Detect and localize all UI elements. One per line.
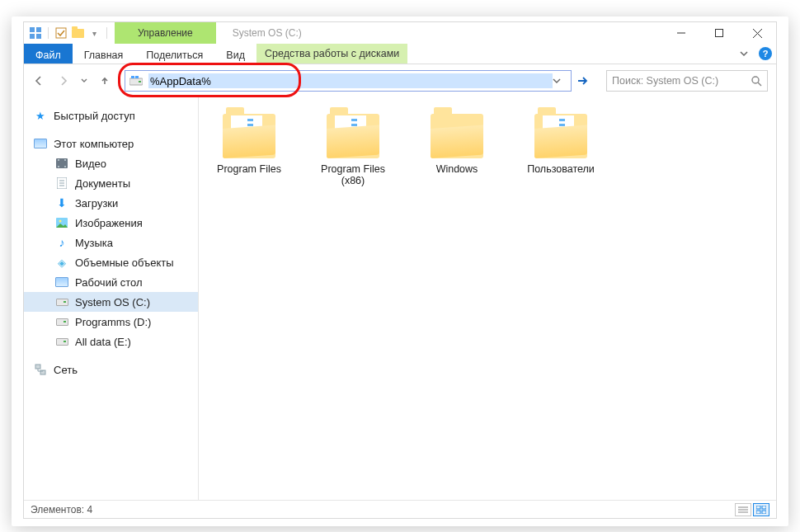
minimize-button[interactable] xyxy=(662,22,700,44)
maximize-button[interactable] xyxy=(700,22,738,44)
tab-drive-tools[interactable]: Средства работы с дисками xyxy=(256,44,407,64)
sidebar-item-music[interactable]: ♪ Музыка xyxy=(24,233,198,252)
nav-forward-button[interactable] xyxy=(54,71,73,91)
window-title: System OS (C:) xyxy=(216,22,318,44)
sidebar-item-label: Документы xyxy=(75,177,130,190)
sidebar-label: Этот компьютер xyxy=(54,138,134,150)
music-icon: ♪ xyxy=(55,236,68,249)
sidebar-this-pc[interactable]: Этот компьютер xyxy=(24,134,198,153)
folder-icon xyxy=(223,114,275,158)
folder-item[interactable]: Пользователи xyxy=(520,114,601,175)
sidebar-item-label: Загрузки xyxy=(75,197,118,210)
svg-rect-33 xyxy=(756,511,760,514)
sidebar-item-drive-e[interactable]: All data (E:) xyxy=(24,332,198,351)
search-icon[interactable] xyxy=(751,75,762,87)
sidebar-network[interactable]: Сеть xyxy=(24,360,198,379)
folder-small-icon[interactable] xyxy=(71,26,84,40)
svg-rect-18 xyxy=(64,159,66,161)
sidebar-item-label: Объемные объекты xyxy=(75,257,174,269)
view-details-button[interactable] xyxy=(735,503,751,516)
svg-line-14 xyxy=(758,82,761,86)
downloads-icon: ⬇ xyxy=(55,196,68,210)
svg-rect-17 xyxy=(58,166,59,167)
folder-icon xyxy=(534,114,587,158)
nav-up-button[interactable] xyxy=(95,71,115,91)
pictures-icon xyxy=(55,216,68,229)
folder-icon xyxy=(431,114,483,158)
go-button[interactable] xyxy=(576,75,596,87)
network-icon xyxy=(34,363,47,376)
sidebar-item-3d-objects[interactable]: ◈ Объемные объекты xyxy=(24,252,198,272)
tab-file[interactable]: Файл xyxy=(24,44,73,64)
svg-rect-10 xyxy=(139,81,141,82)
context-tab-header: Управление xyxy=(115,22,216,44)
tab-view[interactable]: Вид xyxy=(214,44,256,64)
folder-item[interactable]: Program Files xyxy=(209,114,289,175)
sidebar-item-documents[interactable]: Документы xyxy=(24,173,198,193)
drive-icon xyxy=(55,295,68,308)
folder-label: Пользователи xyxy=(520,163,601,175)
videos-icon xyxy=(55,157,68,170)
sidebar-item-label: Музыка xyxy=(75,237,113,249)
svg-rect-12 xyxy=(135,76,139,78)
qat-dropdown-icon[interactable]: ▾ xyxy=(87,26,101,40)
svg-rect-3 xyxy=(36,34,41,39)
checkbox-icon[interactable] xyxy=(54,26,68,40)
tab-share[interactable]: Поделиться xyxy=(134,44,214,64)
svg-rect-0 xyxy=(30,27,35,32)
drive-icon xyxy=(129,73,144,88)
nav-recent-dropdown[interactable] xyxy=(78,71,90,91)
documents-icon xyxy=(55,177,68,190)
sidebar-item-drive-c[interactable]: System OS (C:) xyxy=(24,292,198,312)
pc-icon xyxy=(34,137,47,150)
folder-label: Program Files (x86) xyxy=(313,163,393,186)
folder-item[interactable]: Windows xyxy=(416,114,497,175)
star-icon: ★ xyxy=(34,109,47,122)
svg-rect-34 xyxy=(762,511,766,514)
sidebar-item-label: Programms (D:) xyxy=(75,316,151,328)
titlebar: ▾ Управление System OS (C:) xyxy=(24,22,776,44)
svg-rect-11 xyxy=(131,76,134,78)
tab-home[interactable]: Главная xyxy=(73,44,135,64)
view-icons-button[interactable] xyxy=(753,503,769,516)
folder-item[interactable]: Program Files (x86) xyxy=(313,114,393,186)
address-bar[interactable] xyxy=(125,70,572,92)
folder-icon xyxy=(327,114,379,158)
svg-point-13 xyxy=(752,77,759,83)
svg-rect-32 xyxy=(762,506,766,509)
content-area[interactable]: Program Files Program Files (x86) Window… xyxy=(199,97,776,500)
nav-row: Поиск: System OS (C:) xyxy=(24,64,776,97)
sidebar-item-label: Рабочий стол xyxy=(75,276,143,289)
svg-rect-4 xyxy=(56,28,66,38)
status-bar: Элементов: 4 xyxy=(24,500,776,518)
nav-back-button[interactable] xyxy=(29,71,49,91)
svg-rect-1 xyxy=(36,27,41,32)
sidebar-item-pictures[interactable]: Изображения xyxy=(24,213,198,233)
help-icon: ? xyxy=(759,47,772,60)
help-button[interactable]: ? xyxy=(755,44,776,64)
sidebar-item-downloads[interactable]: ⬇ Загрузки xyxy=(24,193,198,213)
folder-label: Program Files xyxy=(209,163,289,175)
ribbon: Файл Главная Поделиться Вид Средства раб… xyxy=(24,44,776,64)
search-placeholder: Поиск: System OS (C:) xyxy=(612,75,718,87)
folder-label: Windows xyxy=(416,163,497,175)
svg-rect-2 xyxy=(30,34,35,39)
svg-point-25 xyxy=(59,220,62,223)
sidebar-item-videos[interactable]: Видео xyxy=(24,153,198,173)
app-icon xyxy=(29,26,42,40)
svg-rect-31 xyxy=(756,506,760,509)
address-input[interactable] xyxy=(148,73,553,88)
address-dropdown-icon[interactable] xyxy=(553,77,567,85)
sidebar-item-drive-d[interactable]: Programms (D:) xyxy=(24,312,198,332)
sidebar-item-label: Изображения xyxy=(75,217,143,229)
drive-icon xyxy=(55,315,68,328)
sidebar-label: Сеть xyxy=(54,364,78,376)
search-box[interactable]: Поиск: System OS (C:) xyxy=(606,70,768,92)
sidebar-quick-access[interactable]: ★ Быстрый доступ xyxy=(24,106,198,125)
sidebar-item-label: Видео xyxy=(75,158,106,170)
sidebar-item-desktop[interactable]: Рабочий стол xyxy=(24,272,198,292)
item-count: Элементов: 4 xyxy=(31,504,92,516)
svg-rect-6 xyxy=(716,30,723,37)
ribbon-expand-icon[interactable] xyxy=(733,44,755,64)
close-button[interactable] xyxy=(738,22,776,44)
